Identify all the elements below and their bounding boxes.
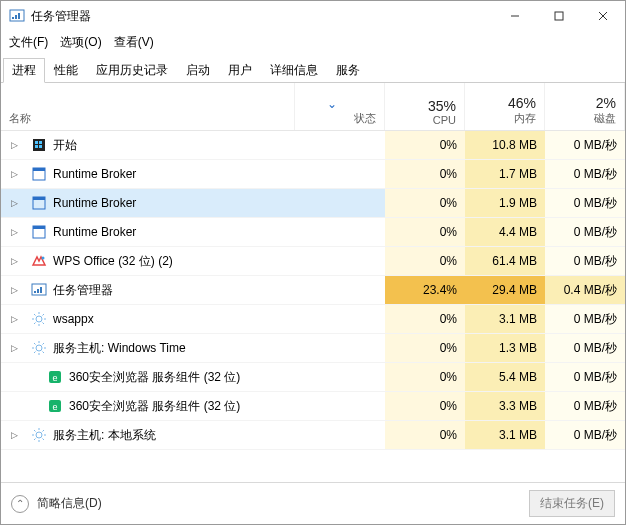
360-browser-icon: e (47, 398, 63, 414)
start-tile-icon (31, 137, 47, 153)
column-name[interactable]: 名称 (9, 111, 286, 126)
process-name: 360安全浏览器 服务组件 (32 位) (69, 398, 240, 415)
expand-chevron-icon[interactable]: ▷ (9, 256, 19, 266)
expand-chevron-icon[interactable]: ▷ (9, 169, 19, 179)
tab-2[interactable]: 应用历史记录 (87, 58, 177, 83)
sort-indicator-icon: ⌄ (327, 91, 337, 111)
svg-point-47 (36, 432, 42, 438)
window-title: 任务管理器 (31, 8, 91, 25)
svg-rect-2 (15, 15, 17, 19)
process-list[interactable]: ▷开始0%10.8 MB0 MB/秒▷Runtime Broker0%1.7 M… (1, 131, 625, 482)
end-task-button[interactable]: 结束任务(E) (529, 490, 615, 517)
tab-6[interactable]: 服务 (327, 58, 369, 83)
expand-chevron-icon[interactable]: ▷ (9, 343, 19, 353)
svg-line-54 (34, 439, 36, 441)
maximize-button[interactable] (537, 1, 581, 31)
tab-5[interactable]: 详细信息 (261, 58, 327, 83)
expand-chevron-icon[interactable]: ▷ (9, 430, 19, 440)
tab-3[interactable]: 启动 (177, 58, 219, 83)
process-row[interactable]: e360安全浏览器 服务组件 (32 位)0%3.3 MB0 MB/秒 (1, 392, 625, 421)
footer: ⌃ 简略信息(D) 结束任务(E) (1, 482, 625, 524)
expand-chevron-icon[interactable]: ▷ (9, 227, 19, 237)
process-cpu: 0% (385, 160, 465, 188)
process-disk: 0 MB/秒 (545, 189, 625, 217)
process-name: 服务主机: 本地系统 (53, 427, 156, 444)
process-memory: 5.4 MB (465, 363, 545, 391)
disk-total: 2% (596, 95, 616, 111)
svg-point-25 (36, 316, 42, 322)
task-manager-icon (9, 8, 25, 24)
fewer-details-toggle[interactable]: ⌃ 简略信息(D) (11, 495, 102, 513)
svg-point-20 (42, 257, 45, 260)
process-row[interactable]: ▷Runtime Broker0%1.9 MB0 MB/秒 (1, 189, 625, 218)
process-name: Runtime Broker (53, 196, 136, 210)
table-header: 名称 ⌄ 状态 35% CPU 46% 内存 2% 磁盘 (1, 83, 625, 131)
process-name: Runtime Broker (53, 167, 136, 181)
process-memory: 3.1 MB (465, 421, 545, 449)
expand-chevron-icon[interactable]: ▷ (9, 285, 19, 295)
svg-rect-18 (33, 226, 45, 229)
column-status[interactable]: 状态 (354, 111, 376, 126)
process-memory: 3.3 MB (465, 392, 545, 420)
expand-chevron-icon[interactable]: ▷ (9, 314, 19, 324)
process-row[interactable]: ▷开始0%10.8 MB0 MB/秒 (1, 131, 625, 160)
process-memory: 29.4 MB (465, 276, 545, 304)
process-row[interactable]: ▷任务管理器23.4%29.4 MB0.4 MB/秒 (1, 276, 625, 305)
svg-rect-23 (37, 289, 39, 293)
column-memory[interactable]: 内存 (514, 111, 536, 126)
svg-rect-24 (40, 287, 42, 293)
process-name: Runtime Broker (53, 225, 136, 239)
expand-chevron-icon[interactable]: ▷ (9, 140, 19, 150)
process-memory: 4.4 MB (465, 218, 545, 246)
wps-office-icon (31, 253, 47, 269)
process-memory: 1.7 MB (465, 160, 545, 188)
task-manager-icon (31, 282, 47, 298)
menu-view[interactable]: 查看(V) (114, 34, 154, 51)
process-row[interactable]: ▷wsappx0%3.1 MB0 MB/秒 (1, 305, 625, 334)
process-disk: 0 MB/秒 (545, 131, 625, 159)
menu-file[interactable]: 文件(F) (9, 34, 48, 51)
process-cpu: 0% (385, 218, 465, 246)
svg-line-53 (43, 439, 45, 441)
process-disk: 0 MB/秒 (545, 247, 625, 275)
tab-1[interactable]: 性能 (45, 58, 87, 83)
svg-line-52 (34, 430, 36, 432)
process-row[interactable]: ▷Runtime Broker0%4.4 MB0 MB/秒 (1, 218, 625, 247)
svg-text:e: e (52, 402, 57, 412)
process-row[interactable]: ▷服务主机: Windows Time0%1.3 MB0 MB/秒 (1, 334, 625, 363)
process-name: 服务主机: Windows Time (53, 340, 186, 357)
column-cpu[interactable]: CPU (433, 114, 456, 126)
gear-service-icon (31, 311, 47, 327)
svg-rect-16 (33, 197, 45, 200)
column-disk[interactable]: 磁盘 (594, 111, 616, 126)
svg-rect-3 (18, 13, 20, 19)
gear-service-icon (31, 340, 47, 356)
process-name: WPS Office (32 位) (2) (53, 253, 173, 270)
menu-options[interactable]: 选项(O) (60, 34, 101, 51)
tab-4[interactable]: 用户 (219, 58, 261, 83)
tab-0[interactable]: 进程 (3, 58, 45, 83)
minimize-button[interactable] (493, 1, 537, 31)
tab-bar: 进程性能应用历史记录启动用户详细信息服务 (1, 53, 625, 83)
svg-line-55 (43, 430, 45, 432)
process-row[interactable]: ▷Runtime Broker0%1.7 MB0 MB/秒 (1, 160, 625, 189)
process-row[interactable]: ▷WPS Office (32 位) (2)0%61.4 MB0 MB/秒 (1, 247, 625, 276)
close-button[interactable] (581, 1, 625, 31)
process-cpu: 23.4% (385, 276, 465, 304)
process-row[interactable]: e360安全浏览器 服务组件 (32 位)0%5.4 MB0 MB/秒 (1, 363, 625, 392)
chevron-up-icon: ⌃ (11, 495, 29, 513)
svg-text:e: e (52, 373, 57, 383)
process-cpu: 0% (385, 189, 465, 217)
svg-rect-14 (33, 168, 45, 171)
process-disk: 0 MB/秒 (545, 160, 625, 188)
process-row[interactable]: ▷服务主机: 本地系统0%3.1 MB0 MB/秒 (1, 421, 625, 450)
expand-chevron-icon[interactable]: ▷ (9, 198, 19, 208)
svg-point-34 (36, 345, 42, 351)
process-disk: 0 MB/秒 (545, 363, 625, 391)
process-name: 开始 (53, 137, 77, 154)
svg-line-39 (34, 343, 36, 345)
process-name: 360安全浏览器 服务组件 (32 位) (69, 369, 240, 386)
mem-total: 46% (508, 95, 536, 111)
gear-service-icon (31, 427, 47, 443)
svg-rect-1 (12, 17, 14, 19)
